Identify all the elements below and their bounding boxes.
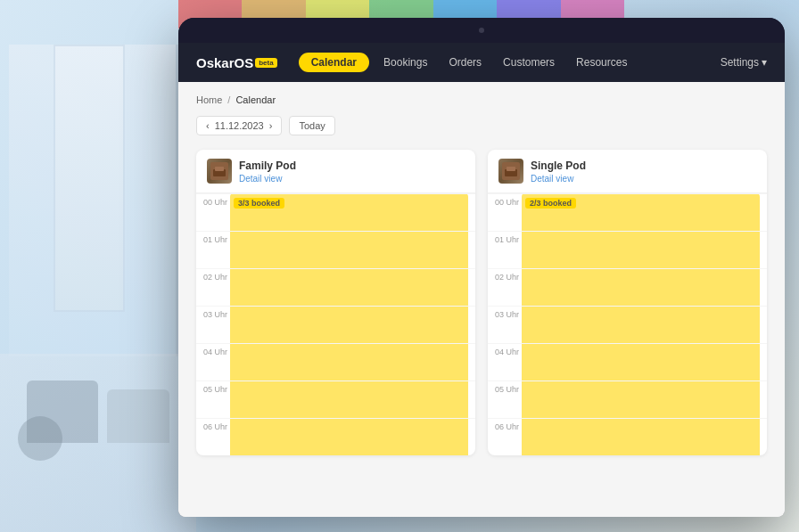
logo-text: OskarOS [196,55,253,70]
settings-label: Settings [721,56,759,69]
single-pod-timeslots: 2/3 booked 00 Uhr 01 Uhr 02 Uhr [488,193,767,455]
top-nav: OskarOS beta Calendar Bookings Orders Cu… [178,43,785,82]
date-range-button[interactable]: ‹ 11.12.2023 › [196,116,282,135]
date-display: 11.12.2023 [215,120,264,131]
svg-rect-5 [507,167,515,171]
family-pod-timeslots: 3/3 booked 00 Uhr 01 Uhr 02 Uhr [196,193,475,455]
nav-tab-resources[interactable]: Resources [569,53,634,72]
today-button[interactable]: Today [289,116,334,135]
time-label-00-single: 00 Uhr [495,194,522,231]
calendar-col-single-pod: Single Pod Detail view 2/3 booked 00 Uhr [488,150,767,455]
time-slot-05-single: 05 Uhr [488,381,767,418]
time-label-06-family: 06 Uhr [203,419,230,455]
date-navigation: ‹ 11.12.2023 › Today [196,116,767,135]
family-pod-title-area: Family Pod Detail view [239,160,296,184]
col-header-single-pod: Single Pod Detail view [488,150,767,193]
single-pod-icon [502,162,520,180]
single-pod-detail-link[interactable]: Detail view [531,174,586,184]
time-label-05-single: 05 Uhr [495,381,522,418]
screen: OskarOS beta Calendar Bookings Orders Cu… [178,43,785,517]
time-label-01-family: 01 Uhr [203,232,230,268]
time-slot-01-family: 01 Uhr [196,231,475,268]
time-label-06-single: 06 Uhr [495,419,522,455]
svg-rect-2 [215,167,224,171]
chevron-down-icon: ▾ [762,56,767,69]
time-label-05-family: 05 Uhr [203,381,230,418]
col-header-family-pod: Family Pod Detail view [196,150,475,193]
family-pod-thumb-image [207,159,232,184]
time-label-02-family: 02 Uhr [203,269,230,306]
time-label-04-family: 04 Uhr [203,344,230,381]
time-slot-01-single: 01 Uhr [488,231,767,268]
time-slot-03-family: 03 Uhr [196,306,475,343]
breadcrumb-home[interactable]: Home [196,94,222,105]
nav-tab-orders[interactable]: Orders [441,53,489,72]
family-pod-icon [210,162,228,180]
nav-settings[interactable]: Settings ▾ [721,56,767,69]
next-arrow-icon[interactable]: › [269,120,273,131]
breadcrumb-separator: / [227,94,230,105]
time-label-00-family: 00 Uhr [203,194,230,231]
time-slot-00-single: 00 Uhr [488,193,767,231]
time-label-03-family: 03 Uhr [203,307,230,343]
camera-dot [479,28,484,33]
family-pod-thumbnail [207,159,232,184]
time-slot-06-single: 06 Uhr [488,418,767,455]
time-label-04-single: 04 Uhr [495,344,522,381]
calendar-col-family-pod: Family Pod Detail view 3/3 booked 00 Uhr [196,150,475,455]
time-slot-02-family: 02 Uhr [196,268,475,306]
prev-arrow-icon[interactable]: ‹ [206,120,210,131]
breadcrumb: Home / Calendar [196,94,767,105]
time-slot-06-family: 06 Uhr [196,418,475,455]
time-label-02-single: 02 Uhr [495,269,522,306]
laptop-frame: OskarOS beta Calendar Bookings Orders Cu… [178,18,785,517]
nav-tab-calendar[interactable]: Calendar [299,53,369,72]
single-pod-thumb-image [498,159,523,184]
family-pod-detail-link[interactable]: Detail view [239,174,296,184]
logo-area: OskarOS beta [196,55,277,70]
single-pod-title-area: Single Pod Detail view [531,160,586,184]
calendar-grid: Family Pod Detail view 3/3 booked 00 Uhr [196,150,767,455]
family-pod-title: Family Pod [239,160,296,172]
single-pod-thumbnail [498,159,523,184]
time-slot-03-single: 03 Uhr [488,306,767,343]
nav-tab-bookings[interactable]: Bookings [376,53,434,72]
main-content: Home / Calendar ‹ 11.12.2023 › Today [178,82,785,517]
time-slot-02-single: 02 Uhr [488,268,767,306]
time-label-03-single: 03 Uhr [495,307,522,343]
camera-area [178,18,785,43]
time-slot-00-family: 00 Uhr [196,193,475,231]
time-slot-05-family: 05 Uhr [196,381,475,418]
time-slot-04-single: 04 Uhr [488,343,767,381]
breadcrumb-current: Calendar [235,94,276,105]
logo-badge: beta [255,58,276,68]
nav-tab-customers[interactable]: Customers [496,53,562,72]
time-label-01-single: 01 Uhr [495,232,522,268]
single-pod-title: Single Pod [531,160,586,172]
time-slot-04-family: 04 Uhr [196,343,475,381]
